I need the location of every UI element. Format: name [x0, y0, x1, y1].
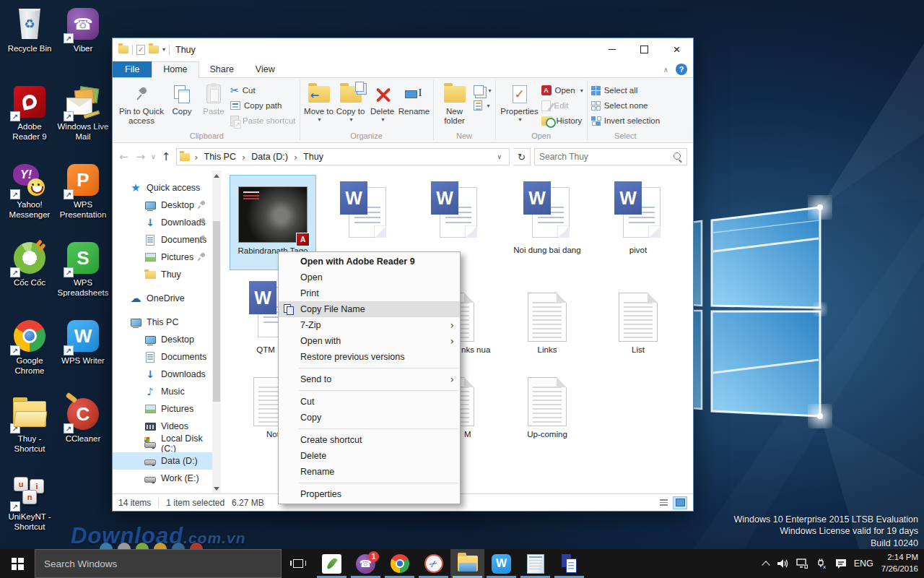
- back-button[interactable]: ←: [117, 150, 131, 163]
- sidebar-onedrive[interactable]: ☁OneDrive: [113, 290, 212, 307]
- action-center-icon[interactable]: [834, 558, 847, 569]
- recent-locations-caret[interactable]: ∨: [151, 153, 156, 160]
- eject-hardware-icon[interactable]: x: [815, 558, 828, 569]
- new-item-button[interactable]: ▾: [474, 84, 492, 97]
- minimize-button[interactable]: [596, 38, 628, 61]
- breadcrumb-this-pc[interactable]: This PC: [203, 152, 237, 162]
- taskbar-app-notepad[interactable]: [518, 549, 552, 578]
- sidebar-downloads-pinned[interactable]: ↓Downloads: [113, 214, 212, 231]
- file-pivot[interactable]: pivot: [595, 175, 681, 270]
- history-button[interactable]: History: [541, 114, 583, 127]
- breadcrumb-thuy[interactable]: Thuy: [302, 152, 325, 162]
- tab-view[interactable]: View: [245, 62, 286, 77]
- file-links[interactable]: Links: [504, 275, 590, 370]
- desktop-icon-unikey[interactable]: ↗ UniKeyNT - Shortcut: [3, 470, 56, 548]
- taskbar-app-chrome[interactable]: [383, 549, 417, 578]
- desktop-icon-recycle-bin[interactable]: ♻ Recycle Bin: [3, 1, 56, 79]
- qat-customize-caret[interactable]: ▾: [162, 46, 165, 53]
- scroll-down-icon[interactable]: [212, 483, 221, 493]
- search-box[interactable]: [534, 148, 687, 165]
- invert-selection-button[interactable]: Invert selection: [591, 114, 660, 127]
- sidebar-work-e[interactable]: Work (E:): [113, 470, 212, 487]
- delete-button[interactable]: Delete▾: [367, 81, 398, 131]
- sidebar-data-d[interactable]: Data (D:): [113, 452, 212, 470]
- desktop-icon-wps-spreadsheets[interactable]: ↗ WPS Spreadsheets: [56, 236, 110, 314]
- menu-restore-previous-versions[interactable]: Restore previous versions: [279, 349, 460, 365]
- taskbar-app-feather[interactable]: [315, 549, 349, 578]
- show-hidden-icons-chevron[interactable]: [762, 560, 770, 567]
- menu-open[interactable]: Open: [279, 269, 460, 285]
- properties-button[interactable]: Properties▾: [500, 81, 540, 131]
- copy-button[interactable]: Copy: [167, 81, 197, 131]
- desktop-icon-google-chrome[interactable]: ↗ Google Chrome: [3, 314, 56, 392]
- breadcrumb[interactable]: › This PC › Data (D:) › Thuy ∨: [176, 148, 510, 165]
- file-list-doc[interactable]: List: [595, 275, 681, 370]
- start-button[interactable]: [0, 549, 35, 578]
- menu-cut[interactable]: Cut: [279, 394, 460, 410]
- desktop-icon-wps-presentation[interactable]: ↗ WPS Presentation: [56, 158, 110, 236]
- sidebar-desktop[interactable]: Desktop: [113, 331, 212, 348]
- taskbar-search-box[interactable]: [35, 549, 282, 578]
- desktop-icon-wps-writer[interactable]: ↗ WPS Writer: [56, 314, 110, 392]
- desktop-icon-coc-coc[interactable]: ↗ Cốc Cốc: [3, 236, 56, 314]
- menu-rename[interactable]: Rename: [279, 464, 460, 480]
- sidebar-music[interactable]: ♪Music: [113, 383, 212, 400]
- sidebar-documents-pinned[interactable]: Documents: [113, 231, 212, 249]
- address-dropdown-caret[interactable]: ∨: [492, 153, 506, 160]
- move-to-button[interactable]: ←Move to▾: [304, 81, 334, 131]
- desktop-icon-windows-live-mail[interactable]: ↗ Windows Live Mail: [56, 79, 110, 158]
- qat-properties-icon[interactable]: [136, 45, 145, 55]
- details-view-button[interactable]: [656, 496, 671, 509]
- file-up-coming[interactable]: Up-coming: [504, 359, 590, 454]
- menu-open-with-adobe-reader[interactable]: Open with Adobe Reader 9: [279, 254, 460, 269]
- select-all-button[interactable]: Select all: [591, 84, 660, 97]
- menu-send-to[interactable]: Send to›: [279, 371, 460, 387]
- sidebar-thuy-folder[interactable]: Thuy: [113, 266, 212, 283]
- desktop-icon-yahoo-messenger[interactable]: ↗ Yahoo! Messenger: [3, 158, 56, 236]
- large-icons-view-button[interactable]: [673, 496, 687, 509]
- collapse-ribbon-icon[interactable]: ∧: [663, 66, 668, 74]
- search-icon[interactable]: [674, 152, 682, 161]
- task-view-button[interactable]: [282, 549, 315, 578]
- easy-access-button[interactable]: ▾: [474, 99, 492, 112]
- refresh-button[interactable]: ↻: [513, 148, 531, 165]
- menu-properties[interactable]: Properties: [279, 486, 460, 502]
- desktop-icon-adobe-reader[interactable]: ↗ Adobe Reader 9: [3, 79, 56, 158]
- sidebar-quick-access[interactable]: ★Quick access: [113, 179, 212, 197]
- sidebar-scrollbar[interactable]: [212, 171, 221, 493]
- language-indicator[interactable]: ENG: [854, 558, 873, 569]
- scroll-up-icon[interactable]: [212, 171, 221, 181]
- taskbar-app-file-explorer[interactable]: [450, 549, 484, 578]
- open-button[interactable]: Open▾: [541, 84, 583, 97]
- desktop-icon-ccleaner[interactable]: ↗ CCleaner: [56, 392, 110, 470]
- menu-copy[interactable]: Copy: [279, 410, 460, 426]
- taskbar-app-viber[interactable]: ☎1: [349, 549, 383, 578]
- rename-button[interactable]: Rename: [399, 81, 430, 131]
- tab-share[interactable]: Share: [199, 62, 245, 77]
- sidebar-videos[interactable]: Videos: [113, 418, 212, 435]
- menu-copy-file-name[interactable]: Copy File Name: [279, 301, 460, 317]
- file-noi-dung-bai-dang[interactable]: Noi dung bai dang: [504, 175, 590, 270]
- help-icon[interactable]: ?: [676, 64, 687, 75]
- menu-open-with[interactable]: Open with›: [279, 333, 460, 349]
- sidebar-pictures-pinned[interactable]: Pictures: [113, 249, 212, 266]
- menu-create-shortcut[interactable]: Create shortcut: [279, 432, 460, 448]
- tab-file[interactable]: File: [113, 61, 152, 77]
- title-bar[interactable]: ▾ Thuy ×: [113, 38, 693, 61]
- desktop-icon-viber[interactable]: ☎↗ Viber: [56, 1, 110, 79]
- close-button[interactable]: ×: [661, 38, 693, 61]
- menu-print[interactable]: Print: [279, 285, 460, 301]
- scrollbar-thumb[interactable]: [213, 221, 220, 402]
- search-input[interactable]: [539, 152, 674, 162]
- taskbar-app-wps-writer[interactable]: [484, 549, 518, 578]
- desktop[interactable]: ♻ Recycle Bin ↗ Adobe Reader 9 ↗ Yahoo! …: [0, 0, 924, 549]
- network-icon[interactable]: [796, 558, 808, 569]
- pin-to-quick-access-button[interactable]: Pin to Quick access: [118, 81, 165, 131]
- maximize-button[interactable]: [628, 38, 661, 61]
- sidebar-desktop-pinned[interactable]: Desktop: [113, 197, 212, 214]
- sidebar-pictures[interactable]: Pictures: [113, 400, 212, 418]
- copy-to-button[interactable]: Copy to▾: [336, 81, 366, 131]
- desktop-icon-thuy-shortcut[interactable]: ↗ Thuy - Shortcut: [3, 392, 56, 470]
- tab-home[interactable]: Home: [152, 61, 199, 78]
- sidebar-downloads[interactable]: ↓Downloads: [113, 366, 212, 383]
